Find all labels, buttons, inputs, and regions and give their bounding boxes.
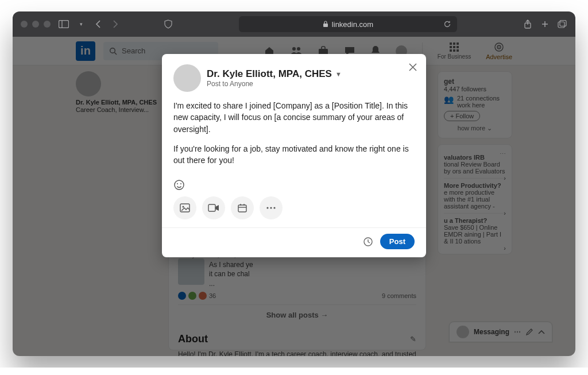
svg-rect-29: [238, 205, 246, 212]
address-bar[interactable]: linkedin.com: [239, 16, 457, 32]
post-author-selector[interactable]: Dr. Kyle Elliott, MPA, CHES ▼ Post to An…: [173, 64, 415, 92]
tabs-overview-icon[interactable]: [557, 19, 567, 29]
post-text-area[interactable]: I'm excited to share I joined [Company] …: [173, 100, 415, 169]
svg-rect-28: [208, 204, 215, 211]
svg-point-24: [177, 183, 178, 184]
minimize-window-dot[interactable]: [32, 21, 39, 28]
zoom-window-dot[interactable]: [44, 21, 51, 28]
schedule-button[interactable]: [363, 237, 373, 247]
modal-footer: Post: [162, 227, 426, 249]
svg-point-33: [266, 207, 268, 208]
post-audience: Post to Anyone: [207, 80, 342, 88]
new-tab-icon[interactable]: [540, 19, 550, 29]
add-event-button[interactable]: [231, 196, 254, 219]
close-window-dot[interactable]: [21, 21, 28, 28]
post-tools: [173, 196, 415, 219]
add-media-button[interactable]: [173, 196, 196, 219]
window-controls: [21, 21, 51, 28]
svg-rect-4: [558, 22, 564, 28]
add-video-button[interactable]: [202, 196, 225, 219]
modal-overlay[interactable]: Dr. Kyle Elliott, MPA, CHES ▼ Post to An…: [13, 37, 575, 356]
url-host: linkedin.com: [332, 20, 373, 29]
share-icon[interactable]: [523, 19, 533, 29]
post-button[interactable]: Post: [380, 234, 415, 249]
address-bar-container: linkedin.com: [181, 16, 514, 32]
post-author-name: Dr. Kyle Elliott, MPA, CHES: [207, 68, 332, 80]
svg-rect-5: [560, 21, 566, 26]
svg-point-25: [180, 183, 181, 184]
avatar: [173, 64, 201, 92]
svg-point-34: [270, 207, 272, 208]
svg-point-23: [175, 180, 184, 190]
svg-point-27: [183, 206, 184, 208]
emoji-button[interactable]: [173, 179, 415, 191]
forward-icon[interactable]: [110, 19, 121, 29]
close-modal-button[interactable]: [408, 62, 418, 72]
sidebar-toggle-icon[interactable]: [59, 19, 69, 29]
back-icon[interactable]: [93, 19, 103, 29]
chevron-down-icon[interactable]: ▾: [76, 19, 86, 29]
svg-rect-2: [323, 24, 328, 27]
shield-icon[interactable]: [163, 19, 173, 29]
titlebar: ▾ linkedin.com: [13, 11, 575, 37]
create-post-modal: Dr. Kyle Elliott, MPA, CHES ▼ Post to An…: [162, 54, 426, 257]
caret-down-icon: ▼: [335, 71, 342, 78]
more-tools-button[interactable]: [260, 196, 283, 219]
lock-icon: [323, 21, 328, 28]
refresh-icon[interactable]: [442, 19, 452, 29]
svg-point-35: [273, 207, 275, 208]
browser-window: ▾ linkedin.com in Search: [13, 11, 575, 356]
svg-rect-0: [59, 21, 69, 28]
